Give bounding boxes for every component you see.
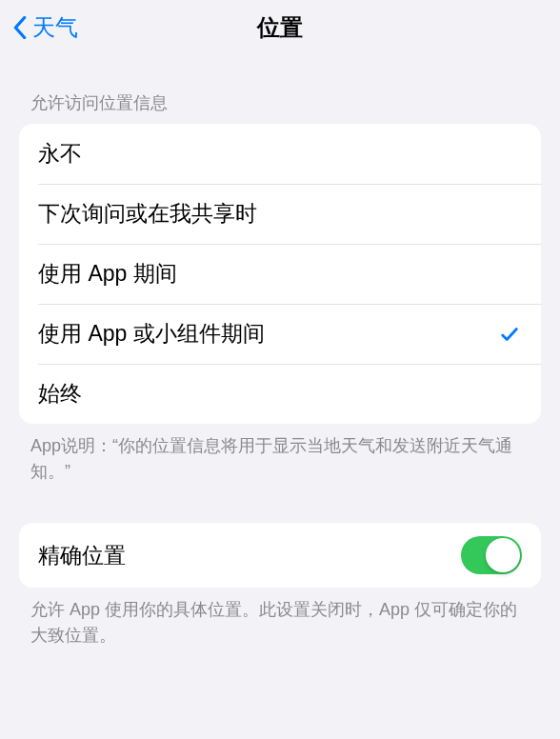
- option-label: 使用 App 或小组件期间: [38, 319, 265, 349]
- switch-knob: [486, 538, 520, 572]
- section-footer-app-explanation: App说明：“你的位置信息将用于显示当地天气和发送附近天气通知。”: [19, 424, 541, 485]
- precise-location-group: 精确位置: [19, 523, 541, 588]
- chevron-left-icon: [11, 14, 29, 41]
- precise-location-label: 精确位置: [38, 541, 126, 570]
- option-while-using-app[interactable]: 使用 App 期间: [19, 244, 541, 304]
- option-never[interactable]: 永不: [19, 124, 541, 184]
- checkmark-icon: [497, 322, 522, 347]
- navigation-bar: 天气 位置: [0, 0, 560, 55]
- option-label: 永不: [38, 139, 82, 169]
- option-while-using-app-or-widgets[interactable]: 使用 App 或小组件期间: [19, 304, 541, 364]
- option-always[interactable]: 始终: [19, 364, 541, 424]
- option-label: 下次询问或在我共享时: [38, 199, 257, 229]
- section-footer-precise-location: 允许 App 使用你的具体位置。此设置关闭时，App 仅可确定你的大致位置。: [19, 588, 541, 649]
- option-label: 使用 App 期间: [38, 259, 177, 289]
- back-label: 天气: [32, 12, 78, 43]
- precise-location-toggle[interactable]: [461, 536, 522, 574]
- option-label: 始终: [38, 379, 82, 409]
- location-access-group: 永不 下次询问或在我共享时 使用 App 期间 使用 App 或小组件期间 始终: [19, 124, 541, 424]
- section-header-location-access: 允许访问位置信息: [19, 55, 541, 124]
- option-ask-next-time[interactable]: 下次询问或在我共享时: [19, 184, 541, 244]
- back-button[interactable]: 天气: [11, 12, 78, 43]
- page-title: 位置: [257, 12, 303, 43]
- precise-location-row: 精确位置: [19, 523, 541, 588]
